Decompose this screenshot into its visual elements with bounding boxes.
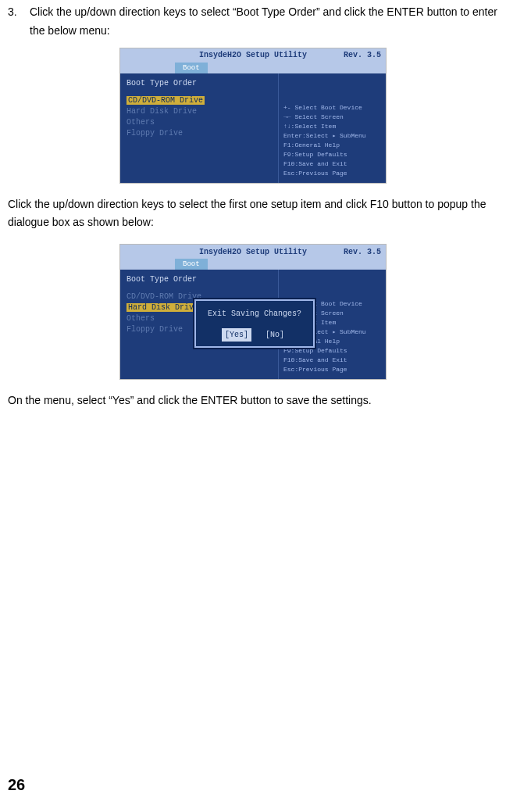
help-line: F10:Save and Exit — [283, 159, 381, 169]
boot-item-others: Others — [126, 117, 272, 128]
instruction-paragraph-2: Click the up/down direction keys to sele… — [8, 195, 498, 233]
dialog-yes-button[interactable]: [Yes] — [222, 328, 251, 342]
help-line: F9:Setup Defaults — [283, 150, 381, 159]
help-line: Enter:Select ▸ SubMenu — [283, 131, 381, 141]
dialog-question: Exit Saving Changes? — [196, 307, 313, 320]
boot-item-hdd: Hard Disk Drive — [126, 106, 272, 117]
step-3: 3. Click the up/down direction keys to s… — [8, 3, 498, 41]
boot-item-cd: CD/DVD-ROM Drive — [126, 96, 205, 105]
instruction-paragraph-3: On the menu, select “Yes” and click the … — [8, 392, 498, 410]
step-text: Click the up/down direction keys to sele… — [30, 3, 498, 41]
step-number: 3. — [8, 3, 30, 22]
help-line: →← Select Screen — [283, 113, 381, 122]
exit-save-dialog: Exit Saving Changes? [Yes] [No] — [194, 299, 315, 348]
boot-item-hdd: Hard Disk Drive — [126, 303, 200, 312]
bios-help-panel: +- Select Boot Device →← Select Screen ↑… — [278, 73, 386, 183]
help-line: +- Select Boot Device — [283, 103, 381, 113]
help-line: Esc:Previous Page — [283, 169, 381, 178]
bios-screenshot-2: InsydeH2O Setup Utility Rev. 3.5 Boot Bo… — [120, 245, 386, 379]
bios-title-bar: InsydeH2O Setup Utility Rev. 3.5 — [120, 48, 386, 63]
dialog-no-button[interactable]: [No] — [262, 328, 287, 342]
page-number: 26 — [8, 771, 25, 798]
bios-tab-strip: Boot — [120, 63, 386, 73]
bios-title: InsydeH2O Setup Utility — [168, 48, 338, 62]
help-line: F10:Save and Exit — [283, 356, 381, 365]
bios-heading: Boot Type Order — [126, 78, 272, 89]
bios-revision: Rev. 3.5 — [338, 48, 381, 62]
bios-revision: Rev. 3.5 — [338, 245, 381, 259]
help-line: F1:General Help — [283, 141, 381, 150]
bios-tab-strip: Boot — [120, 259, 386, 270]
bios-tab-boot: Boot — [175, 63, 208, 73]
bios-tab-boot: Boot — [175, 259, 208, 270]
bios-title: InsydeH2O Setup Utility — [168, 245, 338, 259]
bios-left-panel: Boot Type Order CD/DVD-ROM Drive Hard Di… — [120, 73, 278, 183]
help-line: ↑↓:Select Item — [283, 122, 381, 131]
bios-heading: Boot Type Order — [126, 274, 272, 285]
help-line: Esc:Previous Page — [283, 365, 381, 374]
bios-screenshot-1: InsydeH2O Setup Utility Rev. 3.5 Boot Bo… — [120, 48, 386, 183]
bios-title-bar: InsydeH2O Setup Utility Rev. 3.5 — [120, 245, 386, 259]
boot-item-floppy: Floppy Drive — [126, 128, 272, 139]
